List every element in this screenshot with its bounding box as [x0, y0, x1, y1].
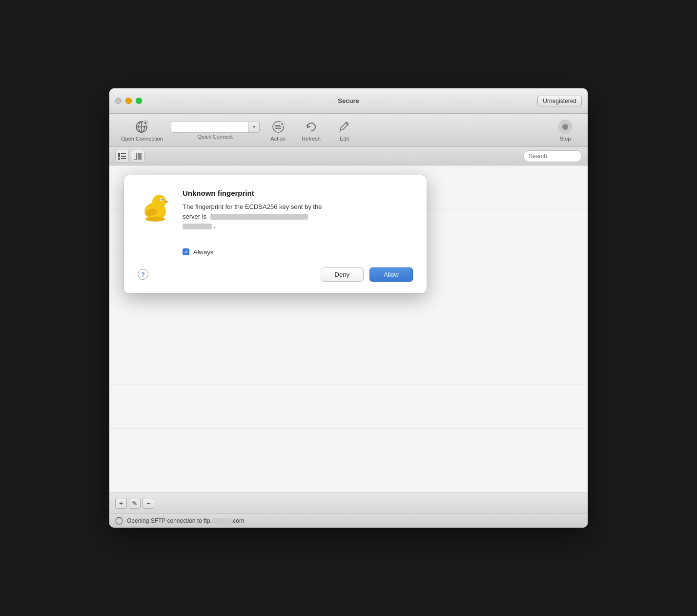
svg-point-22: [152, 195, 166, 208]
svg-line-12: [340, 130, 341, 132]
svg-point-27: [145, 217, 165, 222]
dialog-title: Unknown fingerprint: [183, 189, 413, 197]
unregistered-button[interactable]: Unregistered: [537, 96, 582, 106]
duck-icon: [138, 189, 173, 224]
add-button[interactable]: +: [115, 498, 127, 509]
edit-icon: [337, 119, 352, 135]
view-list-button[interactable]: [115, 150, 129, 163]
svg-rect-14: [121, 153, 126, 154]
status-host-redacted: [212, 518, 231, 524]
open-connection-button[interactable]: Open Connection: [117, 117, 167, 144]
edit-button[interactable]: Edit: [330, 117, 359, 144]
dialog-body-period: .: [214, 222, 216, 229]
maximize-button[interactable]: [136, 98, 142, 104]
allow-button[interactable]: Allow: [369, 267, 413, 282]
action-icon: [270, 119, 286, 135]
refresh-label: Refresh: [302, 136, 321, 142]
title-bar: Secure Unregistered: [109, 88, 588, 114]
stop-label: Stop: [560, 136, 571, 142]
globe-plus-icon: [134, 119, 150, 135]
svg-rect-20: [138, 153, 142, 160]
dialog-content-text: Unknown fingerprint The fingerprint for …: [183, 189, 413, 231]
dialog-body-line2: server is: [183, 213, 206, 220]
status-text: Opening SFTP connection to ftp..com: [127, 517, 244, 524]
action-button[interactable]: Action: [264, 117, 293, 144]
content-area: Unknown fingerprint The fingerprint for …: [109, 165, 588, 493]
quick-connect-label: Quick Connect: [198, 134, 233, 140]
quick-connect-group: ▾ Quick Connect: [171, 121, 260, 140]
svg-point-24: [162, 199, 163, 201]
dialog-body: The fingerprint for the ECDSA256 key sen…: [183, 202, 413, 231]
main-window: Secure Unregistered Open Connection: [109, 88, 588, 528]
dialog-footer: ? Deny Allow: [138, 267, 413, 282]
stop-icon: [557, 119, 573, 135]
remove-button[interactable]: −: [143, 498, 154, 509]
svg-rect-19: [134, 153, 137, 160]
status-spinner: [115, 517, 123, 525]
traffic-lights: [115, 98, 142, 104]
deny-button[interactable]: Deny: [321, 267, 364, 282]
quick-connect-dropdown[interactable]: ▾: [249, 121, 260, 133]
svg-rect-13: [118, 153, 120, 155]
status-bar: Opening SFTP connection to ftp..com: [109, 513, 588, 528]
svg-point-25: [162, 199, 163, 200]
svg-rect-16: [121, 156, 126, 157]
stop-button[interactable]: Stop: [551, 117, 580, 144]
dialog-header: Unknown fingerprint The fingerprint for …: [138, 189, 413, 231]
window-title: Secure: [338, 97, 359, 104]
edit-label: Edit: [340, 136, 349, 142]
svg-rect-15: [118, 155, 120, 157]
search-input[interactable]: [523, 150, 582, 162]
open-connection-label: Open Connection: [121, 136, 163, 142]
dialog-body-line1: The fingerprint for the ECDSA256 key sen…: [183, 203, 322, 210]
svg-line-11: [346, 123, 348, 125]
quick-connect-input[interactable]: [171, 121, 249, 133]
help-button[interactable]: ?: [138, 269, 148, 280]
svg-rect-18: [121, 158, 126, 159]
dialog-actions: Deny Allow: [321, 267, 413, 282]
fingerprint-redacted-2: [183, 224, 212, 229]
refresh-button[interactable]: Refresh: [297, 117, 326, 144]
edit-item-button[interactable]: ✎: [129, 498, 141, 509]
action-label: Action: [270, 136, 286, 142]
svg-rect-17: [118, 158, 120, 160]
secondary-toolbar: [109, 147, 588, 165]
always-checkbox[interactable]: [183, 248, 189, 255]
bottom-toolbar: + ✎ −: [109, 493, 588, 513]
minimize-button[interactable]: [125, 98, 132, 104]
fingerprint-redacted: [210, 214, 308, 220]
close-button[interactable]: [115, 98, 122, 104]
unknown-fingerprint-dialog: Unknown fingerprint The fingerprint for …: [124, 175, 427, 293]
always-label: Always: [193, 248, 213, 256]
toolbar: Open Connection ▾ Quick Connect Action: [109, 114, 588, 147]
refresh-icon: [304, 119, 319, 135]
view-column-button[interactable]: [131, 150, 144, 163]
dialog-overlay: Unknown fingerprint The fingerprint for …: [109, 165, 588, 493]
always-checkbox-row: Always: [138, 248, 413, 256]
